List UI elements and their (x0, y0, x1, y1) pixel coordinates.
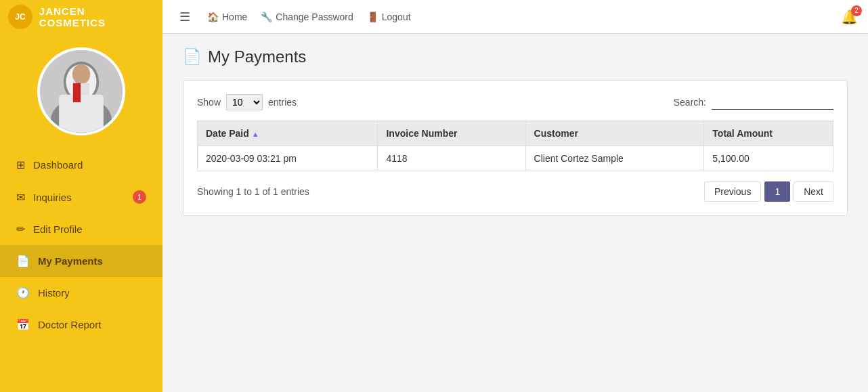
home-link[interactable]: 🏠 Home (207, 12, 247, 22)
next-button[interactable]: Next (794, 181, 833, 202)
nav-badge-inquiries: 1 (133, 190, 146, 204)
pagination-controls: Previous 1 Next (704, 181, 833, 202)
page-1-button[interactable]: 1 (764, 181, 790, 202)
sidebar-nav: ⊞ Dashboard ✉ Inquiries 1 ✏ Edit Profile… (0, 149, 162, 341)
page-title-icon: 📄 (183, 48, 201, 66)
nav-label-my-payments: My Payments (38, 255, 103, 267)
change-password-label: Change Password (276, 12, 353, 22)
col-total_amount: Total Amount (704, 121, 833, 146)
hamburger-button[interactable]: ☰ (176, 6, 194, 28)
nav-links: 🏠 Home 🔧 Change Password 🚪 Logout (207, 12, 827, 22)
nav-label-history: History (38, 287, 70, 299)
change-password-icon: 🔧 (261, 12, 272, 22)
table-controls: Show 102550100 entries Search: (197, 94, 833, 110)
svg-rect-7 (73, 83, 81, 102)
sidebar: ⊞ Dashboard ✉ Inquiries 1 ✏ Edit Profile… (0, 34, 162, 392)
previous-button[interactable]: Previous (704, 181, 761, 202)
nav-right: 🔔 2 (841, 9, 858, 25)
col-invoice_number: Invoice Number (378, 121, 525, 146)
page-title-text: My Payments (208, 47, 306, 66)
navbar: JC JANCEN COSMETICS ☰ 🏠 Home 🔧 Change Pa… (0, 0, 868, 34)
nav-icon-dashboard: ⊞ (16, 158, 25, 171)
cell-total_amount: 5,100.00 (704, 146, 833, 171)
search-input[interactable] (712, 95, 833, 110)
nav-icon-inquiries: ✉ (16, 191, 25, 204)
home-label: Home (222, 12, 247, 22)
table-row: 2020-03-09 03:21 pm4118Client Cortez Sam… (198, 146, 833, 171)
brand-logo: JC (8, 5, 32, 29)
cell-customer: Client Cortez Sample (525, 146, 704, 171)
table-card: Show 102550100 entries Search: Date Paid… (183, 80, 848, 216)
brand: JC JANCEN COSMETICS (0, 0, 162, 34)
pagination-wrap: Showing 1 to 1 of 1 entries Previous 1 N… (197, 181, 833, 202)
content-area: 📄 My Payments Show 102550100 entries Sea… (162, 34, 868, 392)
cell-date_paid: 2020-03-09 03:21 pm (198, 146, 378, 171)
logout-label: Logout (382, 12, 411, 22)
home-icon: 🏠 (207, 12, 219, 22)
show-entries: Show 102550100 entries (197, 94, 297, 110)
entries-label: entries (268, 97, 297, 108)
nav-label-dashboard: Dashboard (33, 159, 83, 171)
col-customer: Customer (525, 121, 704, 146)
main-wrap: ⊞ Dashboard ✉ Inquiries 1 ✏ Edit Profile… (0, 34, 868, 392)
logout-icon: 🚪 (367, 12, 378, 22)
change-password-link[interactable]: 🔧 Change Password (261, 12, 353, 22)
svg-rect-6 (59, 95, 104, 133)
sidebar-item-dashboard[interactable]: ⊞ Dashboard (0, 149, 162, 181)
table-head: Date Paid▲Invoice NumberCustomerTotal Am… (198, 121, 833, 146)
showing-text: Showing 1 to 1 of 1 entries (197, 186, 309, 197)
svg-point-4 (72, 64, 90, 85)
sidebar-item-doctor-report[interactable]: 📅 Doctor Report (0, 309, 162, 341)
nav-label-edit-profile: Edit Profile (33, 223, 83, 235)
sidebar-item-inquiries[interactable]: ✉ Inquiries 1 (0, 181, 162, 213)
search-box: Search: (674, 95, 833, 110)
sort-arrow: ▲ (252, 130, 259, 138)
col-date_paid[interactable]: Date Paid▲ (198, 121, 378, 146)
entries-select[interactable]: 102550100 (226, 94, 263, 110)
sidebar-item-edit-profile[interactable]: ✏ Edit Profile (0, 213, 162, 245)
nav-label-doctor-report: Doctor Report (38, 319, 101, 330)
table-body: 2020-03-09 03:21 pm4118Client Cortez Sam… (198, 146, 833, 171)
page-title: 📄 My Payments (183, 47, 848, 66)
nav-label-inquiries: Inquiries (33, 192, 72, 203)
nav-icon-edit-profile: ✏ (16, 223, 25, 236)
show-label: Show (197, 97, 221, 108)
nav-icon-my-payments: 📄 (16, 255, 30, 267)
logout-link[interactable]: 🚪 Logout (367, 12, 411, 22)
cell-invoice_number: 4118 (378, 146, 525, 171)
sidebar-item-my-payments[interactable]: 📄 My Payments (0, 245, 162, 277)
avatar (37, 47, 125, 135)
nav-icon-doctor-report: 📅 (16, 318, 30, 331)
data-table: Date Paid▲Invoice NumberCustomerTotal Am… (197, 121, 833, 171)
sidebar-item-history[interactable]: 🕐 History (0, 277, 162, 309)
notification-bell[interactable]: 🔔 2 (841, 9, 858, 25)
notification-count: 2 (851, 5, 862, 16)
brand-name: JANCEN COSMETICS (39, 5, 154, 28)
nav-icon-history: 🕐 (16, 286, 30, 299)
search-label: Search: (674, 97, 706, 108)
